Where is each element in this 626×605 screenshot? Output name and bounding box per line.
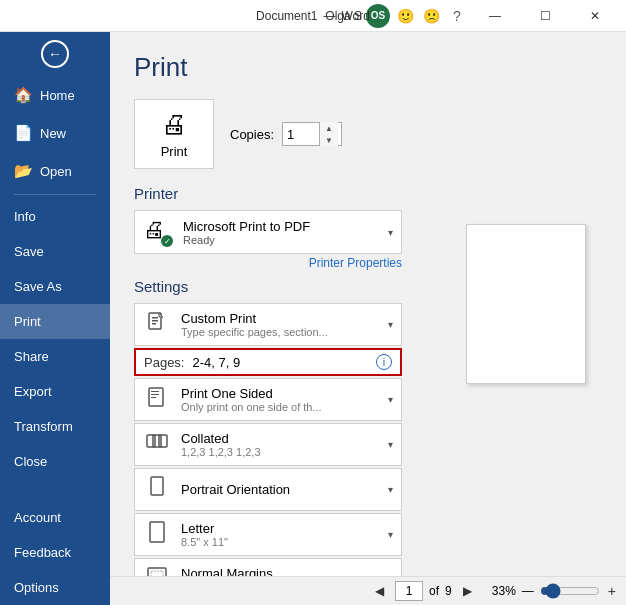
sidebar-item-feedback[interactable]: Feedback [0, 535, 110, 570]
pages-label: Pages: [144, 355, 184, 370]
svg-rect-7 [151, 397, 156, 398]
paper-size-main: Letter [181, 521, 378, 536]
minimize-button[interactable]: — [472, 0, 518, 32]
copies-label: Copies: [230, 127, 274, 142]
copies-decrement[interactable]: ▼ [320, 134, 338, 146]
settings-row-paper-size[interactable]: Letter 8.5" x 11" ▾ [134, 513, 402, 556]
sidebar-label-save: Save [14, 244, 44, 259]
pages-info-icon[interactable]: i [376, 354, 392, 370]
new-icon: 📄 [14, 124, 32, 142]
copies-increment[interactable]: ▲ [320, 122, 338, 134]
home-icon: 🏠 [14, 86, 32, 104]
preview-nav: ◀ of 9 ▶ 33% — + [110, 576, 626, 605]
sidebar-item-save[interactable]: Save [0, 234, 110, 269]
sidebar-item-close[interactable]: Close [0, 444, 110, 479]
custom-print-dropdown[interactable]: ▾ [388, 319, 393, 330]
emoji-frown-icon[interactable]: 🙁 [420, 5, 442, 27]
settings-row-orientation[interactable]: Portrait Orientation ▾ [134, 468, 402, 511]
zoom-slider[interactable] [540, 583, 600, 599]
sidebar-item-share[interactable]: Share [0, 339, 110, 374]
sidebar-item-export[interactable]: Export [0, 374, 110, 409]
sidebar-item-print[interactable]: Print [0, 304, 110, 339]
printer-icon-area: 🖨 ✓ [143, 217, 173, 247]
prev-page-button[interactable]: ◀ [369, 581, 389, 601]
sidebar-label-info: Info [14, 209, 36, 224]
print-sided-dropdown[interactable]: ▾ [388, 394, 393, 405]
sidebar-item-transform[interactable]: Transform [0, 409, 110, 444]
settings-row-collated[interactable]: Collated 1,2,3 1,2,3 1,2,3 ▾ [134, 423, 402, 466]
orientation-dropdown[interactable]: ▾ [388, 484, 393, 495]
content-area: Print 🖨 Print Copies: ▲ ▼ [110, 32, 426, 576]
custom-print-sub: Type specific pages, section... [181, 326, 378, 338]
sidebar-item-save-as[interactable]: Save As [0, 269, 110, 304]
title-bar-center: Document1 — Word [256, 9, 370, 23]
sidebar-spacer [0, 479, 110, 500]
preview-page [466, 224, 586, 384]
emoji-smile-icon[interactable]: 🙂 [394, 5, 416, 27]
help-icon[interactable]: ? [446, 5, 468, 27]
copies-input[interactable] [287, 127, 319, 142]
sidebar: ← 🏠 Home 📄 New 📂 Open Info Save Save As … [0, 32, 110, 605]
printer-info: Microsoft Print to PDF Ready [183, 219, 378, 246]
zoom-level: 33% [492, 584, 516, 598]
sidebar-label-print: Print [14, 314, 41, 329]
collated-icon [143, 430, 171, 459]
pages-input[interactable] [192, 355, 368, 370]
zoom-separator: — [522, 584, 534, 598]
printer-row[interactable]: 🖨 ✓ Microsoft Print to PDF Ready ▾ [134, 210, 402, 254]
sidebar-label-close: Close [14, 454, 47, 469]
print-button[interactable]: 🖨 Print [134, 99, 214, 169]
right-panel: Print 🖨 Print Copies: ▲ ▼ [110, 32, 626, 605]
paper-size-dropdown[interactable]: ▾ [388, 529, 393, 540]
svg-rect-6 [151, 394, 159, 395]
zoom-in-button[interactable]: + [606, 583, 618, 599]
print-sided-text: Print One Sided Only print on one side o… [181, 386, 378, 413]
main-layout: ← 🏠 Home 📄 New 📂 Open Info Save Save As … [0, 32, 626, 605]
settings-row-print-sided[interactable]: Print One Sided Only print on one side o… [134, 378, 402, 421]
custom-print-main: Custom Print [181, 311, 378, 326]
sidebar-divider-1 [14, 194, 96, 195]
page-title: Print [134, 52, 402, 83]
sidebar-item-home[interactable]: 🏠 Home [0, 76, 110, 114]
sidebar-item-info[interactable]: Info [0, 199, 110, 234]
total-pages: 9 [445, 584, 452, 598]
printer-properties-link[interactable]: Printer Properties [134, 256, 402, 270]
margins-text: Normal Margins Top: 0.98" Bottom: 0.98" … [181, 566, 378, 576]
sidebar-label-new: New [40, 126, 66, 141]
svg-rect-1 [152, 317, 158, 319]
settings-row-margins[interactable]: Normal Margins Top: 0.98" Bottom: 0.98" … [134, 558, 402, 576]
svg-rect-2 [152, 320, 158, 322]
orientation-text: Portrait Orientation [181, 482, 378, 497]
sidebar-label-transform: Transform [14, 419, 73, 434]
collated-dropdown[interactable]: ▾ [388, 439, 393, 450]
print-btn-label: Print [161, 144, 188, 159]
print-top: 🖨 Print Copies: ▲ ▼ [134, 99, 402, 169]
printer-status: Ready [183, 234, 378, 246]
back-button[interactable]: ← [0, 32, 110, 76]
print-sided-icon [143, 385, 171, 414]
collated-sub: 1,2,3 1,2,3 1,2,3 [181, 446, 378, 458]
close-button[interactable]: ✕ [572, 0, 618, 32]
paper-size-text: Letter 8.5" x 11" [181, 521, 378, 548]
print-sided-sub: Only print on one side of th... [181, 401, 378, 413]
sidebar-item-account[interactable]: Account [0, 500, 110, 535]
current-page-input[interactable] [395, 581, 423, 601]
settings-row-custom-print[interactable]: Custom Print Type specific pages, sectio… [134, 303, 402, 346]
paper-size-icon [143, 520, 171, 549]
page-of-label: of [429, 584, 439, 598]
sidebar-item-options[interactable]: Options [0, 570, 110, 605]
preview-area [426, 32, 626, 576]
collated-main: Collated [181, 431, 378, 446]
sidebar-label-open: Open [40, 164, 72, 179]
content-and-preview: Print 🖨 Print Copies: ▲ ▼ [110, 32, 626, 576]
sidebar-item-open[interactable]: 📂 Open [0, 152, 110, 190]
next-page-button[interactable]: ▶ [458, 581, 478, 601]
margins-icon [143, 565, 171, 576]
maximize-button[interactable]: ☐ [522, 0, 568, 32]
orientation-icon [143, 475, 171, 504]
custom-print-text: Custom Print Type specific pages, sectio… [181, 311, 378, 338]
printer-dropdown-arrow[interactable]: ▾ [388, 227, 393, 238]
sidebar-item-new[interactable]: 📄 New [0, 114, 110, 152]
copies-area: Copies: ▲ ▼ [230, 122, 342, 146]
sidebar-label-home: Home [40, 88, 75, 103]
